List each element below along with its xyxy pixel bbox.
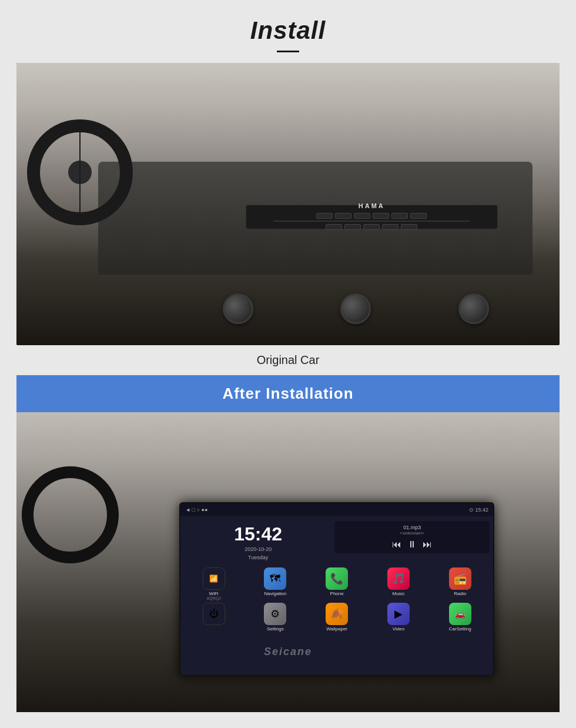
radio-btn-5 bbox=[391, 213, 408, 219]
radio-btn-4 bbox=[373, 213, 389, 219]
app-video[interactable]: ▶ Video bbox=[369, 603, 428, 632]
steering-wheel-after bbox=[22, 466, 119, 563]
radio-btn-3 bbox=[354, 213, 370, 219]
app-wallpaper[interactable]: 🍂 Wallpaper bbox=[307, 603, 367, 632]
original-car-caption: Original Car bbox=[0, 345, 576, 375]
radio-buttons-bottom bbox=[326, 224, 417, 230]
app-music[interactable]: 🎵 Music bbox=[369, 567, 428, 600]
app-power[interactable]: ⏻ bbox=[184, 603, 243, 632]
carsetting-icon: 🚗 bbox=[449, 603, 471, 625]
app-carsetting[interactable]: 🚗 CarSetting bbox=[430, 603, 490, 632]
android-date-2: Tuesday bbox=[184, 555, 332, 563]
play-pause-button[interactable]: ⏸ bbox=[407, 539, 417, 550]
wallpaper-label: Wallpaper bbox=[326, 626, 347, 632]
video-icon: ▶ bbox=[387, 603, 410, 625]
wifi-label: WiFi bbox=[209, 591, 219, 596]
knob-right bbox=[458, 293, 489, 324]
music-label: Music bbox=[392, 591, 404, 596]
navigation-icon: 🗺 bbox=[264, 567, 286, 590]
app-phone[interactable]: 📞 Phone bbox=[307, 567, 367, 600]
watermark: Seicane bbox=[264, 646, 312, 658]
after-installation-image-wrapper: ◄ □ ○ ●● ⊙ 15:42 15:42 2020-10-20 Tuesda… bbox=[16, 412, 560, 712]
settings-label: Settings bbox=[267, 626, 284, 632]
android-status-bar: ◄ □ ○ ●● ⊙ 15:42 bbox=[180, 503, 493, 516]
phone-label: Phone bbox=[330, 591, 344, 596]
header-divider bbox=[277, 51, 299, 52]
wifi-icon: 📶 bbox=[203, 567, 225, 590]
radio-buttons-top bbox=[316, 213, 427, 219]
page-title: Install bbox=[0, 16, 576, 45]
carsetting-label: CarSetting bbox=[449, 626, 471, 632]
after-installation-banner: After Installation bbox=[16, 375, 560, 412]
android-status-right: ⊙ 15:42 bbox=[469, 507, 488, 513]
radio-label: Radio bbox=[454, 591, 466, 596]
radio-display bbox=[273, 221, 470, 222]
original-car-image: HAMA bbox=[16, 63, 560, 345]
video-label: Video bbox=[393, 626, 404, 632]
radio-btn-1 bbox=[316, 213, 333, 219]
app-settings[interactable]: ⚙ Settings bbox=[246, 603, 305, 632]
page-wrapper: Install HAMA bbox=[0, 0, 576, 712]
navigation-label: Navigation bbox=[264, 591, 286, 596]
android-screen: ◄ □ ○ ●● ⊙ 15:42 15:42 2020-10-20 Tuesda… bbox=[179, 502, 494, 676]
wallpaper-icon: 🍂 bbox=[326, 603, 348, 625]
music-icon: 🎵 bbox=[387, 567, 410, 590]
android-status-left: ◄ □ ○ ●● bbox=[185, 507, 207, 513]
wifi-name: AQRQJ bbox=[207, 596, 221, 600]
radio-icon: 📻 bbox=[449, 567, 471, 590]
knob-center bbox=[340, 293, 371, 324]
radio-btn-b2 bbox=[344, 224, 361, 230]
app-navigation[interactable]: 🗺 Navigation bbox=[246, 567, 305, 600]
android-time: 15:42 bbox=[184, 519, 332, 546]
steering-wheel-original bbox=[27, 119, 133, 225]
app-radio[interactable]: 📻 Radio bbox=[430, 567, 490, 600]
phone-icon: 📞 bbox=[326, 567, 348, 590]
power-icon: ⏻ bbox=[203, 603, 225, 625]
settings-icon: ⚙ bbox=[264, 603, 286, 625]
radio-btn-b4 bbox=[382, 224, 398, 230]
original-car-section: HAMA bbox=[16, 63, 560, 345]
header-section: Install bbox=[0, 0, 576, 63]
prev-track-button[interactable]: ⏮ bbox=[392, 539, 401, 550]
radio-btn-6 bbox=[410, 213, 427, 219]
after-installation-image: ◄ □ ○ ●● ⊙ 15:42 15:42 2020-10-20 Tuesda… bbox=[16, 412, 560, 712]
knob-left bbox=[223, 293, 253, 324]
radio-btn-2 bbox=[335, 213, 351, 219]
next-track-button[interactable]: ⏭ bbox=[423, 539, 432, 550]
radio-btn-b1 bbox=[326, 224, 342, 230]
radio-btn-b3 bbox=[363, 224, 380, 230]
ac-controls-original bbox=[179, 295, 533, 323]
music-track: 01.mp3 bbox=[338, 525, 486, 530]
dashboard-area-original: HAMA bbox=[98, 162, 533, 275]
car-interior-original: HAMA bbox=[16, 63, 560, 345]
after-installation-text: After Installation bbox=[222, 385, 353, 402]
wifi-item: 📶 WiFi AQRQJ bbox=[184, 567, 243, 600]
original-radio-unit: HAMA bbox=[246, 205, 498, 229]
music-artist: <unknown> bbox=[338, 530, 486, 536]
android-date-1: 2020-10-20 bbox=[184, 546, 332, 555]
radio-btn-b5 bbox=[401, 224, 417, 230]
radio-brand: HAMA bbox=[359, 202, 385, 209]
